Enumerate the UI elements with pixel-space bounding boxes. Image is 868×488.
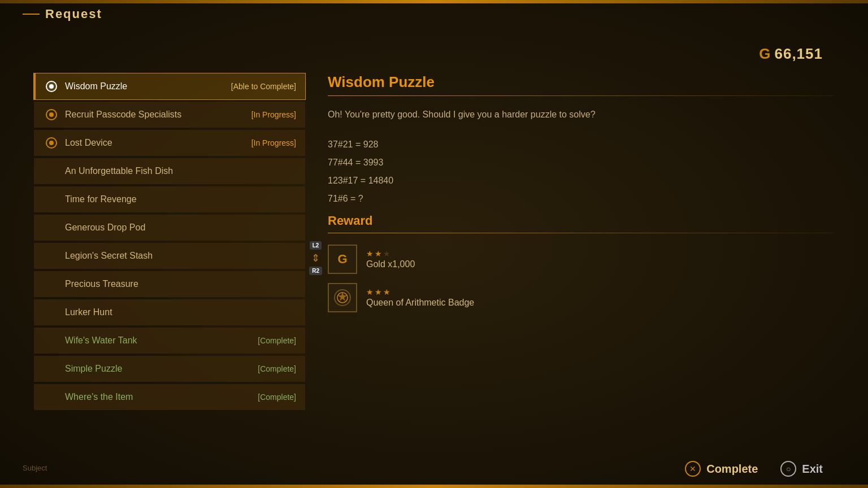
quest-name-generous-drop: Generous Drop Pod — [65, 223, 296, 233]
quest-name-lurker-hunt: Lurker Hunt — [65, 307, 296, 317]
reward-info-gold: ★★★ Gold x1,000 — [366, 249, 415, 269]
quest-detail: Wisdom Puzzle Oh! You're pretty good. Sh… — [328, 73, 834, 443]
scroll-indicator: L2 ⇕ R2 — [309, 241, 322, 275]
quest-name-legion-stash: Legion's Secret Stash — [65, 251, 296, 261]
reward-name-gold: Gold x1,000 — [366, 259, 415, 269]
header-line — [23, 14, 40, 15]
reward-info-badge: ★★★ Queen of Arithmetic Badge — [366, 287, 474, 308]
quest-item-simple-puzzle[interactable]: Simple Puzzle[Complete] — [34, 356, 305, 382]
quest-icon-where-item — [45, 390, 58, 404]
reward-icon-box-gold: G — [328, 245, 357, 274]
quest-icon-fish-dish — [45, 164, 58, 178]
quest-status-wisdom-puzzle: [Able to Complete] — [231, 82, 296, 91]
reward-item-badge: ★★★ Queen of Arithmetic Badge — [328, 283, 834, 312]
quest-icon-wisdom-puzzle — [45, 80, 58, 93]
scroll-down-badge: R2 — [309, 267, 322, 275]
detail-description: Oh! You're pretty good. Should I give yo… — [328, 107, 834, 122]
equation-line: 71#6 = ? — [328, 190, 834, 208]
quest-item-lost-device[interactable]: Lost Device[In Progress] — [34, 130, 305, 156]
equation-line: 123#17 = 14840 — [328, 172, 834, 190]
reward-items: G ★★★ Gold x1,000 ★★★ Queen of Arithmeti… — [328, 245, 834, 312]
quest-icon-time-revenge — [45, 193, 58, 206]
reward-icon-letter-gold: G — [337, 252, 347, 267]
exit-label: Exit — [802, 463, 823, 476]
quest-item-legion-stash[interactable]: Legion's Secret Stash — [34, 243, 305, 269]
quest-status-lost-device: [In Progress] — [251, 138, 296, 147]
reward-icon-svg-badge — [332, 287, 353, 308]
quest-icon-precious-treasure — [45, 277, 58, 291]
page-title: Request — [45, 7, 102, 21]
quest-name-simple-puzzle: Simple Puzzle — [65, 364, 253, 374]
currency-amount: 66,151 — [774, 45, 823, 62]
complete-button[interactable]: ✕ Complete — [685, 461, 758, 477]
quest-item-lurker-hunt[interactable]: Lurker Hunt — [34, 299, 305, 325]
top-border-decoration — [0, 0, 868, 3]
quest-item-water-tank[interactable]: Wife's Water Tank[Complete] — [34, 328, 305, 354]
equation-line: 77#44 = 3993 — [328, 154, 834, 172]
detail-title-divider — [328, 95, 834, 96]
quest-status-recruit-passcode: [In Progress] — [251, 110, 296, 119]
quest-item-precious-treasure[interactable]: Precious Treasure — [34, 271, 305, 297]
quest-item-generous-drop[interactable]: Generous Drop Pod — [34, 215, 305, 241]
quest-icon-simple-puzzle — [45, 362, 58, 376]
quest-name-lost-device: Lost Device — [65, 138, 247, 148]
quest-name-recruit-passcode: Recruit Passcode Specialists — [65, 110, 247, 120]
reward-stars-badge: ★★★ — [366, 287, 474, 297]
equation-line: 37#21 = 928 — [328, 136, 834, 154]
quest-item-wisdom-puzzle[interactable]: Wisdom Puzzle[Able to Complete] — [34, 73, 305, 99]
puzzle-equations: 37#21 = 92877#44 = 3993123#17 = 1484071#… — [328, 136, 834, 208]
quest-item-fish-dish[interactable]: An Unforgettable Fish Dish — [34, 158, 305, 184]
quest-icon-legion-stash — [45, 249, 58, 263]
reward-title: Reward — [328, 213, 834, 228]
exit-button[interactable]: ○ Exit — [780, 461, 823, 477]
quest-status-where-item: [Complete] — [258, 393, 296, 402]
currency-display: G66,151 — [759, 45, 823, 63]
quest-status-water-tank: [Complete] — [258, 336, 296, 345]
quest-name-wisdom-puzzle: Wisdom Puzzle — [65, 81, 227, 91]
complete-label: Complete — [706, 463, 758, 476]
quest-item-time-revenge[interactable]: Time for Revenge — [34, 186, 305, 212]
action-bar: ✕ Complete ○ Exit — [685, 461, 823, 477]
reward-icon-box-badge — [328, 283, 357, 312]
quest-name-time-revenge: Time for Revenge — [65, 194, 296, 204]
quest-item-where-item[interactable]: Where's the Item[Complete] — [34, 384, 305, 410]
exit-icon: ○ — [780, 461, 796, 477]
main-content: Wisdom Puzzle[Able to Complete] Recruit … — [34, 73, 834, 443]
subject-label: Subject — [23, 464, 47, 472]
quest-icon-lurker-hunt — [45, 306, 58, 319]
quest-item-recruit-passcode[interactable]: Recruit Passcode Specialists[In Progress… — [34, 102, 305, 128]
reward-name-badge: Queen of Arithmetic Badge — [366, 298, 474, 308]
bottom-border-decoration — [0, 485, 868, 488]
quest-list-container: Wisdom Puzzle[Able to Complete] Recruit … — [34, 73, 305, 412]
reward-stars-gold: ★★★ — [366, 249, 415, 258]
complete-icon: ✕ — [685, 461, 701, 477]
quest-icon-generous-drop — [45, 221, 58, 234]
quest-name-precious-treasure: Precious Treasure — [65, 279, 296, 289]
quest-icon-lost-device — [45, 136, 58, 150]
detail-title: Wisdom Puzzle — [328, 73, 834, 91]
reward-divider — [328, 233, 834, 233]
quest-name-where-item: Where's the Item — [65, 392, 253, 402]
scroll-arrow: ⇕ — [311, 252, 320, 264]
quest-name-water-tank: Wife's Water Tank — [65, 336, 253, 346]
reward-item-gold: G ★★★ Gold x1,000 — [328, 245, 834, 274]
quest-icon-water-tank — [45, 334, 58, 347]
header: Request — [23, 7, 102, 21]
quest-status-simple-puzzle: [Complete] — [258, 364, 296, 373]
quest-icon-recruit-passcode — [45, 108, 58, 121]
scroll-up-badge: L2 — [310, 241, 322, 250]
quest-list: Wisdom Puzzle[Able to Complete] Recruit … — [34, 73, 305, 443]
quest-name-fish-dish: An Unforgettable Fish Dish — [65, 166, 296, 176]
currency-icon: G — [759, 45, 771, 62]
